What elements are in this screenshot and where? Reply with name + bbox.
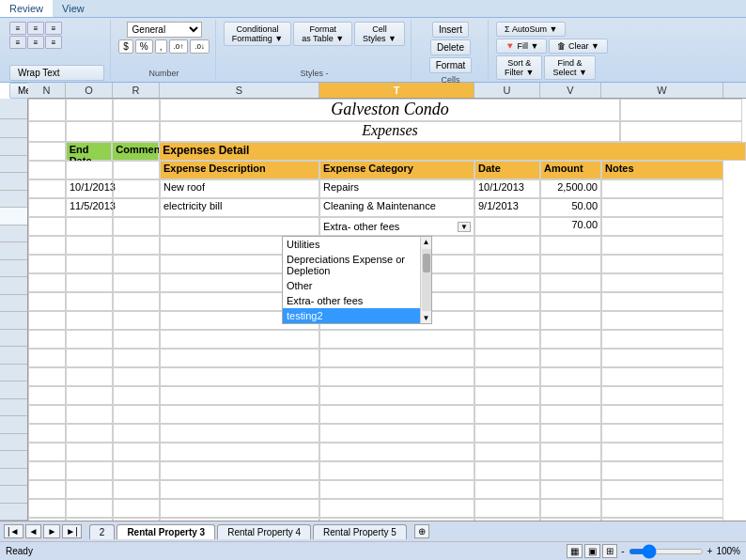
row-header-7[interactable] xyxy=(0,208,27,225)
date-2[interactable]: 9/1/2013 xyxy=(474,198,540,217)
dropdown-arrow[interactable]: ▼ xyxy=(458,222,471,232)
bottom-bar: |◄ ◄ ► ►| 2 Rental Property 3 Rental Pro… xyxy=(0,521,746,541)
conditional-formatting-button[interactable]: ConditionalFormatting ▼ xyxy=(224,22,291,46)
align-mid-left[interactable]: ≡ xyxy=(9,36,26,49)
scroll-down[interactable]: ▼ xyxy=(422,313,431,323)
expense-description-header: Expense Description xyxy=(160,161,319,179)
end-date-2[interactable]: 11/5/2013 xyxy=(66,198,113,217)
dropdown-item-extra[interactable]: Extra- other fees xyxy=(283,293,431,308)
empty-row xyxy=(28,367,746,386)
align-top-center[interactable]: ≡ xyxy=(27,22,44,35)
dropdown-item-utilities[interactable]: Utilities xyxy=(283,237,431,252)
col-header-T[interactable]: T xyxy=(319,83,474,98)
cell-styles-button[interactable]: CellStyles ▼ xyxy=(354,22,405,46)
tab-view[interactable]: View xyxy=(53,0,94,17)
sheet-tab-2[interactable]: 2 xyxy=(89,524,116,539)
row-header-8[interactable] xyxy=(0,226,27,242)
row-header-4[interactable] xyxy=(0,156,27,173)
col-header-R[interactable]: R xyxy=(113,83,160,98)
format-button[interactable]: Format xyxy=(429,57,473,73)
category-1[interactable]: Repairs xyxy=(319,179,474,198)
sheet-tab-rental3[interactable]: Rental Property 3 xyxy=(117,524,215,539)
status-bar: Ready ▦ ▣ ⊞ - + 100% xyxy=(0,541,746,560)
scroll-thumb[interactable] xyxy=(423,254,430,272)
amount-2[interactable]: 50.00 xyxy=(540,198,601,217)
zoom-minus[interactable]: - xyxy=(621,546,624,556)
empty-row xyxy=(28,330,746,349)
date-1[interactable]: 10/1/2013 xyxy=(474,179,540,198)
page-layout-button[interactable]: ▣ xyxy=(584,544,600,558)
empty-row xyxy=(28,443,746,461)
empty-row xyxy=(28,386,746,405)
tab-nav-last[interactable]: ►| xyxy=(62,524,82,538)
col-header-V[interactable]: V xyxy=(540,83,601,98)
clear-button[interactable]: 🗑 Clear ▼ xyxy=(549,39,607,54)
description-3[interactable] xyxy=(160,217,319,236)
col-header-W[interactable]: W xyxy=(601,83,723,98)
row-header-3[interactable] xyxy=(0,138,27,155)
row-header-2[interactable] xyxy=(0,119,27,138)
tab-review[interactable]: Review xyxy=(0,0,53,17)
description-2[interactable]: electricity bill xyxy=(160,198,319,217)
category-2[interactable]: Cleaning & Maintenance xyxy=(319,198,474,217)
decrease-decimal-button[interactable]: .0↓ xyxy=(190,39,210,54)
normal-view-button[interactable]: ▦ xyxy=(567,544,583,558)
row-header-1[interactable] xyxy=(0,99,27,119)
end-date-1[interactable]: 10/1/2013 xyxy=(66,179,113,198)
col-header-S[interactable]: S xyxy=(160,83,319,98)
scroll-up[interactable]: ▲ xyxy=(422,237,431,247)
dropdown-item-depreciation[interactable]: Depreciations Expense or Depletion xyxy=(283,252,431,278)
empty-row xyxy=(28,480,746,499)
ribbon-content: ≡ ≡ ≡ ≡ ≡ ≡ Wrap Text Merge & Center ▼ xyxy=(0,18,746,82)
format-as-table-button[interactable]: Formatas Table ▼ xyxy=(293,22,352,46)
fill-button[interactable]: 🔻 Fill ▼ xyxy=(496,39,547,54)
dollar-button[interactable]: $ xyxy=(118,39,133,54)
row-header-6[interactable] xyxy=(0,191,27,208)
align-mid-center[interactable]: ≡ xyxy=(27,36,44,49)
number-format-select[interactable]: General xyxy=(127,22,202,38)
amount-1[interactable]: 2,500.00 xyxy=(540,179,601,198)
editing-group: Σ AutoSum ▼ 🔻 Fill ▼ 🗑 Clear ▼ Sort &Fil… xyxy=(490,20,614,80)
sheet-tab-rental5[interactable]: Rental Property 5 xyxy=(313,524,407,539)
wrap-text-button[interactable]: Wrap Text xyxy=(9,65,104,81)
autosum-button[interactable]: Σ AutoSum ▼ xyxy=(496,22,567,37)
col-header-O[interactable]: O xyxy=(66,83,113,98)
find-select-button[interactable]: Find &Select ▼ xyxy=(544,55,595,80)
increase-decimal-button[interactable]: .0↑ xyxy=(169,39,189,54)
row-headers xyxy=(0,99,28,521)
amount-3[interactable]: 70.00 xyxy=(540,217,601,236)
percent-button[interactable]: % xyxy=(135,39,153,54)
page-break-button[interactable]: ⊞ xyxy=(602,544,617,558)
comma-button[interactable]: , xyxy=(155,39,167,54)
sort-filter-button[interactable]: Sort &Filter ▼ xyxy=(496,55,542,80)
zoom-slider[interactable] xyxy=(629,549,704,554)
tab-nav-first[interactable]: |◄ xyxy=(4,524,23,538)
zoom-plus[interactable]: + xyxy=(707,546,713,556)
cells-group: Insert Delete Format Cells xyxy=(413,20,489,80)
data-row-3: Extra- other fees ▼ 70.00 Utilities Depr… xyxy=(28,217,746,236)
end-date-header: End Date xyxy=(66,142,113,161)
scroll-track[interactable] xyxy=(422,249,431,311)
date-header: Date xyxy=(474,161,540,179)
dropdown-item-other[interactable]: Other xyxy=(283,278,431,293)
category-3-cell[interactable]: Extra- other fees ▼ xyxy=(319,217,474,236)
dropdown-item-testing2[interactable]: testing2 xyxy=(283,308,431,323)
align-top-right[interactable]: ≡ xyxy=(45,22,62,35)
notes-header: Notes xyxy=(601,161,723,179)
align-mid-right[interactable]: ≡ xyxy=(45,36,62,49)
tab-nav-prev[interactable]: ◄ xyxy=(25,524,42,538)
col-header-U[interactable]: U xyxy=(474,83,540,98)
description-1[interactable]: New roof xyxy=(160,179,319,198)
category-dropdown[interactable]: Utilities Depreciations Expense or Deple… xyxy=(282,236,432,324)
col-header-N[interactable]: N xyxy=(28,83,66,98)
row-header-5[interactable] xyxy=(0,173,27,190)
sheet-tab-rental4[interactable]: Rental Property 4 xyxy=(217,524,311,539)
insert-sheet-button[interactable]: ⊕ xyxy=(414,524,429,538)
insert-button[interactable]: Insert xyxy=(432,22,469,38)
tab-nav-next[interactable]: ► xyxy=(43,524,60,538)
align-top-left[interactable]: ≡ xyxy=(9,22,26,35)
comments-header: Comments xyxy=(112,142,159,161)
data-row-2: 11/5/2013 electricity bill Cleaning & Ma… xyxy=(28,198,746,217)
ready-text: Ready xyxy=(6,546,33,556)
delete-button[interactable]: Delete xyxy=(430,39,471,55)
